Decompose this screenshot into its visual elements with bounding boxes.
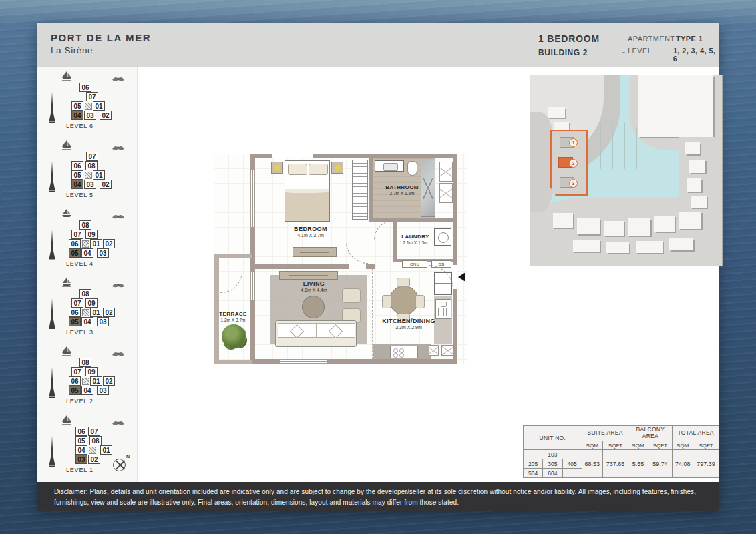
- unit-cell: 504: [524, 469, 543, 478]
- unit-cell: 03: [84, 111, 96, 120]
- level-keyplan: 080709060102050403LEVEL 2: [37, 342, 137, 411]
- unit-cell: 03: [97, 248, 109, 258]
- unit-cell: 604: [543, 469, 562, 478]
- unit-cell-highlighted: 05: [69, 386, 81, 395]
- unit-cell: 06: [79, 83, 91, 92]
- sqm-header: SQM: [628, 441, 648, 450]
- unit-cell: 02: [103, 239, 115, 248]
- unit-cell: 08: [79, 289, 91, 298]
- terrace-label: TERRACE1.2m X 3.7m: [215, 311, 251, 323]
- balcony-sqm: 5.55: [628, 450, 648, 478]
- level-keyplan: 06070501040302LEVEL 6: [37, 67, 137, 136]
- nightstand-right: [331, 162, 343, 174]
- unit-cell-highlighted: 03: [75, 455, 87, 464]
- floor-plan: ONU DB: [214, 154, 467, 364]
- level-caption: LEVEL 4: [66, 260, 93, 267]
- level-caption: LEVEL 1: [66, 467, 93, 473]
- dining-chair-n: [397, 278, 410, 287]
- tv-console: [279, 271, 338, 280]
- spire-icon: [49, 367, 55, 400]
- sink-basin-1: [429, 345, 439, 356]
- unit-cell: 01: [93, 101, 105, 111]
- living-window: [280, 360, 327, 363]
- apartment-label: APARTMENT: [628, 35, 676, 43]
- kitchen-label: KITCHEN/DINING3.3m X 2.9m: [362, 318, 455, 331]
- unit-no-header: UNIT NO.: [524, 426, 582, 450]
- unit-cell: 09: [85, 298, 98, 308]
- stair-core-icon: [89, 447, 96, 454]
- balcony-sqft: 59.74: [648, 450, 673, 478]
- unit-cell: 03: [97, 386, 109, 395]
- unit-cell: 02: [100, 180, 112, 189]
- disclaimer: Disclaimer: Plans, details and unit orie…: [37, 482, 719, 511]
- project-title: PORT DE LA MER: [51, 32, 151, 43]
- balcony-area-header: BALCONY AREA: [628, 426, 673, 441]
- spire-icon: [49, 230, 55, 263]
- site-marker-3: 3: [569, 179, 578, 188]
- entry-arrow: [458, 272, 465, 282]
- unit-cell: 08: [79, 358, 91, 367]
- total-sqft: 797.39: [693, 450, 719, 478]
- unit-cell: 01: [93, 170, 105, 180]
- unit-cell: 08: [89, 436, 102, 445]
- sailboat-icon: [61, 415, 73, 427]
- header-band: PORT DE LA MER La Sirène 1 BEDROOM BUILD…: [37, 23, 719, 67]
- sqft-header: SQFT: [602, 441, 628, 450]
- terrace-plant: [222, 324, 246, 348]
- stair-core-icon: [82, 240, 89, 248]
- unit-cell: 01: [90, 376, 102, 386]
- level-keyplan: 080709060102050403LEVEL 4: [37, 204, 137, 273]
- apartment-type: TYPE 1: [676, 35, 703, 43]
- unit-cell: 02: [88, 455, 100, 464]
- unit-cell: 305: [543, 459, 562, 469]
- entry-opening: [453, 265, 457, 289]
- unit-cell: 03: [84, 180, 96, 189]
- unit-cell: 05: [71, 170, 83, 180]
- unit-cell: 04: [75, 445, 87, 455]
- kitchen-counter: [373, 344, 431, 359]
- sailboat-icon: [61, 346, 73, 358]
- spire-icon: [49, 436, 55, 469]
- unit-cell: 01: [100, 445, 112, 455]
- living-label: LIVING4.8m X 4.4m: [274, 280, 354, 294]
- level-label: LEVEL: [628, 47, 673, 63]
- unit-cell-highlighted: 05: [69, 248, 81, 258]
- level-caption: LEVEL 6: [66, 123, 93, 129]
- level-caption: LEVEL 2: [66, 398, 93, 405]
- unit-area-table: UNIT NO. SUITE AREA BALCONY AREA TOTAL A…: [523, 425, 719, 478]
- dining-chair-w: [382, 295, 391, 308]
- stair-core-icon: [82, 378, 89, 385]
- level-caption: LEVEL 5: [66, 192, 93, 198]
- sailboat-icon: [61, 71, 73, 83]
- unit-cell: 02: [100, 111, 112, 120]
- wardrobe: [352, 160, 368, 220]
- unit-cell-highlighted: 04: [71, 180, 83, 189]
- suite-sqm: 68.53: [582, 450, 602, 478]
- sqm-header: SQM: [582, 441, 602, 450]
- unit-cell-highlighted: 04: [71, 111, 83, 120]
- unit-cell: 01: [90, 308, 102, 317]
- bedroom-count: 1 BEDROOM: [538, 33, 626, 44]
- sailboat-icon: [61, 278, 73, 290]
- unit-cell: 04: [81, 248, 93, 258]
- site-location-map: 1 2 3: [530, 75, 723, 266]
- unit-cell: 06: [69, 239, 81, 248]
- unit-cell-highlighted: 05: [69, 317, 81, 326]
- unit-cell: 01: [90, 239, 102, 248]
- bedroom-window: [272, 154, 313, 158]
- level-keyplan: 0706080501040302LEVEL 5: [37, 136, 137, 204]
- site-marker-2: 2: [569, 159, 578, 168]
- unit-cell: 07: [88, 427, 100, 436]
- unit-cell: 08: [79, 220, 91, 230]
- unit-cell: 205: [524, 459, 543, 469]
- level-caption: LEVEL 3: [66, 329, 93, 336]
- unit-cell: 02: [103, 308, 115, 317]
- sqft-header: SQFT: [648, 441, 673, 450]
- unit-cell: 06: [71, 161, 83, 170]
- spire-icon: [49, 298, 55, 332]
- unit-cell: 103: [524, 450, 582, 459]
- level-keyplan-sidebar: 06070501040302LEVEL 60706080501040302LEV…: [37, 67, 138, 482]
- unit-cell: 05: [71, 101, 83, 111]
- unit-cell: 03: [97, 317, 109, 326]
- total-area-header: TOTAL AREA: [673, 426, 719, 441]
